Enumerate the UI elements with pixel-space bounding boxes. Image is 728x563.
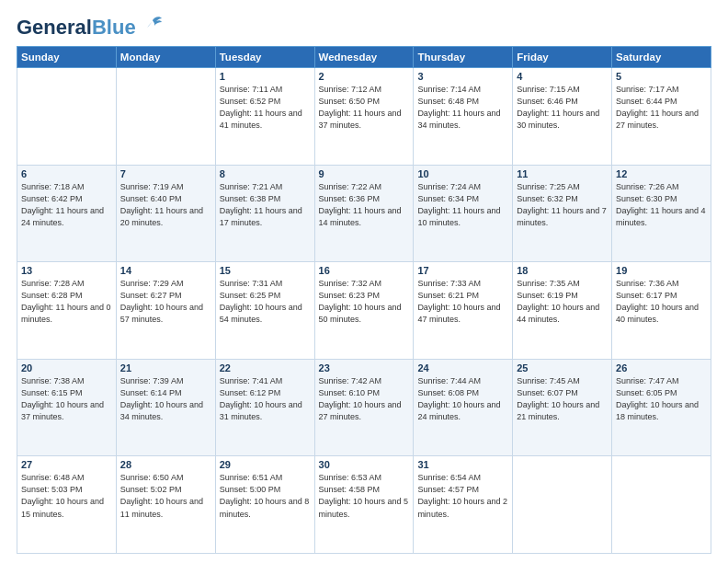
calendar-cell: 22Sunrise: 7:41 AMSunset: 6:12 PMDayligh…: [215, 359, 314, 456]
day-info: Sunrise: 7:14 AMSunset: 6:48 PMDaylight:…: [417, 84, 508, 132]
day-number: 9: [319, 168, 410, 179]
calendar: SundayMondayTuesdayWednesdayThursdayFrid…: [17, 46, 711, 554]
calendar-cell: [116, 68, 215, 166]
day-number: 29: [220, 459, 311, 470]
day-info: Sunrise: 7:17 AMSunset: 6:44 PMDaylight:…: [616, 84, 707, 132]
calendar-header: SundayMondayTuesdayWednesdayThursdayFrid…: [17, 47, 711, 68]
weekday-header-friday: Friday: [513, 47, 612, 68]
day-number: 10: [417, 168, 508, 179]
day-info: Sunrise: 7:33 AMSunset: 6:21 PMDaylight:…: [417, 278, 508, 326]
day-info: Sunrise: 7:19 AMSunset: 6:40 PMDaylight:…: [120, 181, 211, 229]
day-number: 6: [21, 168, 112, 179]
calendar-cell: 12Sunrise: 7:26 AMSunset: 6:30 PMDayligh…: [612, 165, 711, 262]
page: GeneralBlue SundayMondayTuesdayWednesday…: [0, 0, 728, 563]
calendar-cell: 3Sunrise: 7:14 AMSunset: 6:48 PMDaylight…: [414, 68, 513, 166]
calendar-cell: 28Sunrise: 6:50 AMSunset: 5:02 PMDayligh…: [116, 456, 215, 554]
calendar-cell: 31Sunrise: 6:54 AMSunset: 4:57 PMDayligh…: [414, 456, 513, 554]
weekday-row: SundayMondayTuesdayWednesdayThursdayFrid…: [17, 47, 711, 68]
calendar-cell: [17, 68, 117, 166]
weekday-header-saturday: Saturday: [612, 47, 711, 68]
day-number: 20: [21, 362, 112, 373]
day-info: Sunrise: 7:32 AMSunset: 6:23 PMDaylight:…: [319, 278, 410, 326]
day-info: Sunrise: 7:44 AMSunset: 6:08 PMDaylight:…: [417, 375, 508, 423]
day-number: 4: [517, 71, 608, 82]
weekday-header-monday: Monday: [116, 47, 215, 68]
day-info: Sunrise: 7:39 AMSunset: 6:14 PMDaylight:…: [120, 375, 211, 423]
day-info: Sunrise: 7:45 AMSunset: 6:07 PMDaylight:…: [517, 375, 608, 423]
calendar-cell: 13Sunrise: 7:28 AMSunset: 6:28 PMDayligh…: [17, 262, 117, 360]
calendar-cell: 2Sunrise: 7:12 AMSunset: 6:50 PMDaylight…: [314, 68, 414, 166]
header: GeneralBlue: [17, 17, 711, 39]
calendar-body: 1Sunrise: 7:11 AMSunset: 6:52 PMDaylight…: [17, 68, 711, 554]
day-number: 24: [417, 362, 508, 373]
day-number: 7: [120, 168, 211, 179]
day-info: Sunrise: 7:28 AMSunset: 6:28 PMDaylight:…: [21, 278, 112, 326]
day-info: Sunrise: 6:48 AMSunset: 5:03 PMDaylight:…: [21, 472, 112, 520]
logo-bird-icon: [140, 13, 165, 39]
day-info: Sunrise: 7:11 AMSunset: 6:52 PMDaylight:…: [220, 84, 311, 132]
day-info: Sunrise: 7:36 AMSunset: 6:17 PMDaylight:…: [616, 278, 707, 326]
day-info: Sunrise: 7:31 AMSunset: 6:25 PMDaylight:…: [220, 278, 311, 326]
day-info: Sunrise: 7:22 AMSunset: 6:36 PMDaylight:…: [319, 181, 410, 229]
calendar-cell: 23Sunrise: 7:42 AMSunset: 6:10 PMDayligh…: [314, 359, 414, 456]
day-number: 19: [616, 265, 707, 276]
calendar-cell: 17Sunrise: 7:33 AMSunset: 6:21 PMDayligh…: [414, 262, 513, 360]
day-number: 12: [616, 168, 707, 179]
calendar-cell: 6Sunrise: 7:18 AMSunset: 6:42 PMDaylight…: [17, 165, 117, 262]
day-info: Sunrise: 7:25 AMSunset: 6:32 PMDaylight:…: [517, 181, 608, 229]
day-number: 27: [21, 459, 112, 470]
calendar-cell: 26Sunrise: 7:47 AMSunset: 6:05 PMDayligh…: [612, 359, 711, 456]
calendar-cell: [612, 456, 711, 554]
calendar-cell: 27Sunrise: 6:48 AMSunset: 5:03 PMDayligh…: [17, 456, 117, 554]
calendar-week-row: 6Sunrise: 7:18 AMSunset: 6:42 PMDaylight…: [17, 165, 711, 262]
calendar-cell: 30Sunrise: 6:53 AMSunset: 4:58 PMDayligh…: [314, 456, 414, 554]
day-number: 2: [319, 71, 410, 82]
day-info: Sunrise: 7:24 AMSunset: 6:34 PMDaylight:…: [417, 181, 508, 229]
calendar-cell: 14Sunrise: 7:29 AMSunset: 6:27 PMDayligh…: [116, 262, 215, 360]
day-number: 15: [220, 265, 311, 276]
day-number: 22: [220, 362, 311, 373]
day-info: Sunrise: 7:47 AMSunset: 6:05 PMDaylight:…: [616, 375, 707, 423]
logo-blue-text: Blue: [92, 16, 136, 39]
day-number: 8: [220, 168, 311, 179]
day-number: 31: [417, 459, 508, 470]
calendar-cell: [513, 456, 612, 554]
calendar-cell: 5Sunrise: 7:17 AMSunset: 6:44 PMDaylight…: [612, 68, 711, 166]
weekday-header-tuesday: Tuesday: [215, 47, 314, 68]
calendar-week-row: 20Sunrise: 7:38 AMSunset: 6:15 PMDayligh…: [17, 359, 711, 456]
day-number: 26: [616, 362, 707, 373]
calendar-cell: 25Sunrise: 7:45 AMSunset: 6:07 PMDayligh…: [513, 359, 612, 456]
calendar-week-row: 27Sunrise: 6:48 AMSunset: 5:03 PMDayligh…: [17, 456, 711, 554]
calendar-cell: 11Sunrise: 7:25 AMSunset: 6:32 PMDayligh…: [513, 165, 612, 262]
calendar-cell: 15Sunrise: 7:31 AMSunset: 6:25 PMDayligh…: [215, 262, 314, 360]
day-number: 14: [120, 265, 211, 276]
weekday-header-thursday: Thursday: [414, 47, 513, 68]
day-info: Sunrise: 6:54 AMSunset: 4:57 PMDaylight:…: [417, 472, 508, 520]
day-number: 5: [616, 71, 707, 82]
calendar-cell: 20Sunrise: 7:38 AMSunset: 6:15 PMDayligh…: [17, 359, 117, 456]
weekday-header-wednesday: Wednesday: [314, 47, 414, 68]
day-number: 3: [417, 71, 508, 82]
calendar-week-row: 13Sunrise: 7:28 AMSunset: 6:28 PMDayligh…: [17, 262, 711, 360]
day-info: Sunrise: 7:26 AMSunset: 6:30 PMDaylight:…: [616, 181, 707, 229]
calendar-cell: 21Sunrise: 7:39 AMSunset: 6:14 PMDayligh…: [116, 359, 215, 456]
day-number: 13: [21, 265, 112, 276]
calendar-cell: 18Sunrise: 7:35 AMSunset: 6:19 PMDayligh…: [513, 262, 612, 360]
day-number: 17: [417, 265, 508, 276]
day-info: Sunrise: 6:51 AMSunset: 5:00 PMDaylight:…: [220, 472, 311, 520]
day-info: Sunrise: 7:35 AMSunset: 6:19 PMDaylight:…: [517, 278, 608, 326]
day-info: Sunrise: 6:53 AMSunset: 4:58 PMDaylight:…: [319, 472, 410, 520]
logo: GeneralBlue: [17, 17, 165, 39]
day-number: 23: [319, 362, 410, 373]
day-number: 21: [120, 362, 211, 373]
calendar-cell: 24Sunrise: 7:44 AMSunset: 6:08 PMDayligh…: [414, 359, 513, 456]
calendar-cell: 8Sunrise: 7:21 AMSunset: 6:38 PMDaylight…: [215, 165, 314, 262]
day-info: Sunrise: 7:12 AMSunset: 6:50 PMDaylight:…: [319, 84, 410, 132]
day-info: Sunrise: 7:21 AMSunset: 6:38 PMDaylight:…: [220, 181, 311, 229]
day-info: Sunrise: 7:42 AMSunset: 6:10 PMDaylight:…: [319, 375, 410, 423]
day-info: Sunrise: 7:41 AMSunset: 6:12 PMDaylight:…: [220, 375, 311, 423]
weekday-header-sunday: Sunday: [17, 47, 117, 68]
day-info: Sunrise: 7:38 AMSunset: 6:15 PMDaylight:…: [21, 375, 112, 423]
day-number: 28: [120, 459, 211, 470]
day-number: 16: [319, 265, 410, 276]
